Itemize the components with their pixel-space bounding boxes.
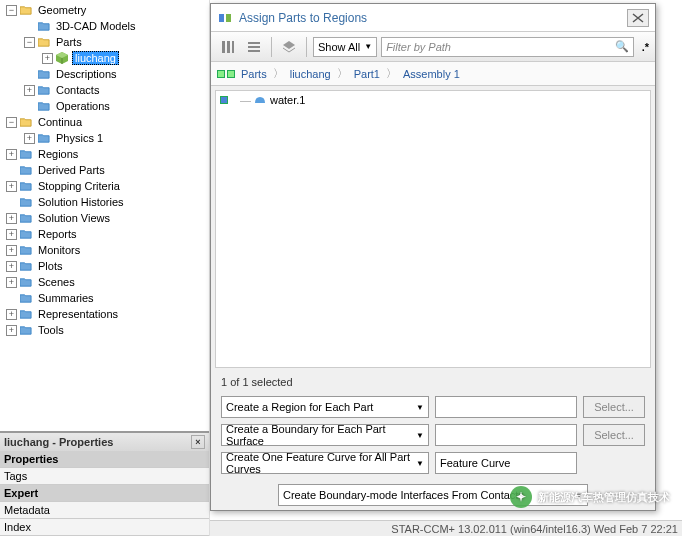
feature-curve-mode-combo[interactable]: Create One Feature Curve for All Part Cu…	[221, 452, 429, 474]
dialog-close-button[interactable]	[627, 9, 649, 27]
tree-node[interactable]: Descriptions	[0, 66, 209, 82]
region-mode-combo[interactable]: Create a Region for Each Part▼	[221, 396, 429, 418]
show-filter-label: Show All	[318, 41, 360, 53]
expand-icon[interactable]: +	[6, 213, 17, 224]
tree-node[interactable]: −Parts	[0, 34, 209, 50]
properties-section-header[interactable]: Expert	[0, 485, 209, 501]
filter-input[interactable]: Filter by Path 🔍	[381, 37, 634, 57]
breadcrumb-item[interactable]: Assembly 1	[403, 68, 460, 80]
tree-node-label: Operations	[54, 100, 112, 112]
expand-icon[interactable]: +	[24, 133, 35, 144]
tree-node[interactable]: +Stopping Criteria	[0, 178, 209, 194]
properties-row-tags[interactable]: Tags	[0, 468, 209, 484]
toolbar-column-button[interactable]	[217, 36, 239, 58]
tree-node[interactable]: +Monitors	[0, 242, 209, 258]
breadcrumb-item[interactable]: Part1	[354, 68, 380, 80]
properties-section-header[interactable]: Properties	[0, 451, 209, 467]
tree-node[interactable]: Solution Histories	[0, 194, 209, 210]
tree-node[interactable]: +Plots	[0, 258, 209, 274]
tree-node-label: Descriptions	[54, 68, 119, 80]
region-select-button[interactable]: Select...	[583, 396, 645, 418]
list-item[interactable]: — water.1	[216, 91, 650, 109]
tree-node[interactable]: +Tools	[0, 322, 209, 338]
tree-node[interactable]: Derived Parts	[0, 162, 209, 178]
svg-rect-2	[222, 41, 225, 53]
chevron-down-icon: ▼	[364, 42, 372, 51]
boundary-select-button[interactable]: Select...	[583, 424, 645, 446]
boundary-name-field[interactable]	[435, 424, 577, 446]
tree-node-label: Summaries	[36, 292, 96, 304]
toolbar-flatten-button[interactable]	[278, 36, 300, 58]
folder-icon	[19, 195, 33, 209]
tree-node[interactable]: +Regions	[0, 146, 209, 162]
collapse-icon[interactable]: −	[24, 37, 35, 48]
tree-node[interactable]: +Representations	[0, 306, 209, 322]
tree-node[interactable]: −Geometry	[0, 2, 209, 18]
expand-icon[interactable]: +	[6, 325, 17, 336]
expand-icon[interactable]: +	[6, 261, 17, 272]
expand-icon[interactable]: +	[24, 85, 35, 96]
tree-node-label: Solution Views	[36, 212, 112, 224]
toolbar-options-button[interactable]: .*	[642, 41, 649, 53]
tree-node[interactable]: Operations	[0, 98, 209, 114]
folder-icon	[19, 259, 33, 273]
folder-icon	[19, 147, 33, 161]
parts-list[interactable]: — water.1	[215, 90, 651, 368]
folder-icon	[19, 243, 33, 257]
folder-icon	[37, 99, 51, 113]
tree-node[interactable]: +Physics 1	[0, 130, 209, 146]
expand-icon[interactable]: +	[6, 149, 17, 160]
tree-node-label: Contacts	[54, 84, 101, 96]
boundary-mode-combo[interactable]: Create a Boundary for Each Part Surface▼	[221, 424, 429, 446]
region-name-field[interactable]	[435, 396, 577, 418]
dialog-icon	[217, 10, 233, 26]
properties-row-index[interactable]: Index	[0, 519, 209, 535]
tree-node-label: 3D-CAD Models	[54, 20, 137, 32]
tree-node[interactable]: 3D-CAD Models	[0, 18, 209, 34]
tree-node[interactable]: +Solution Views	[0, 210, 209, 226]
tree-node[interactable]: +Reports	[0, 226, 209, 242]
tree-node[interactable]: Summaries	[0, 290, 209, 306]
tree-node-label: liuchang	[72, 51, 119, 65]
dialog-title: Assign Parts to Regions	[239, 11, 367, 25]
tree-node-label: Solution Histories	[36, 196, 126, 208]
breadcrumb-separator: 〉	[273, 66, 284, 81]
simulation-tree[interactable]: −Geometry3D-CAD Models−Parts+liuchangDes…	[0, 0, 209, 431]
tree-node[interactable]: +Contacts	[0, 82, 209, 98]
properties-row-metadata[interactable]: Metadata	[0, 502, 209, 518]
collapse-icon[interactable]: −	[6, 5, 17, 16]
tree-node-label: Tools	[36, 324, 66, 336]
tree-connector: —	[240, 94, 251, 106]
folder-icon	[37, 19, 51, 33]
expand-icon[interactable]: +	[6, 309, 17, 320]
interface-mode-combo[interactable]: Create Boundary-mode Interfaces From Con…	[278, 484, 588, 506]
folder-icon	[19, 227, 33, 241]
show-filter-combo[interactable]: Show All ▼	[313, 37, 377, 57]
simulation-tree-panel: −Geometry3D-CAD Models−Parts+liuchangDes…	[0, 0, 210, 536]
tree-node-label: Parts	[54, 36, 84, 48]
tree-node[interactable]: +Scenes	[0, 274, 209, 290]
tree-node[interactable]: +liuchang	[0, 50, 209, 66]
breadcrumb-item[interactable]: Parts	[241, 68, 267, 80]
svg-rect-7	[248, 50, 260, 52]
properties-close-button[interactable]: ×	[191, 435, 205, 449]
expand-icon[interactable]: +	[42, 53, 53, 64]
filter-placeholder: Filter by Path	[386, 41, 451, 53]
svg-rect-1	[226, 14, 231, 22]
svg-rect-5	[248, 42, 260, 44]
expand-icon[interactable]: +	[6, 245, 17, 256]
tree-node-label: Continua	[36, 116, 84, 128]
expand-icon[interactable]: +	[6, 229, 17, 240]
expand-icon[interactable]: +	[6, 277, 17, 288]
expand-icon[interactable]: +	[6, 181, 17, 192]
tree-node-label: Physics 1	[54, 132, 105, 144]
tree-node[interactable]: −Continua	[0, 114, 209, 130]
part-icon	[253, 93, 267, 107]
toolbar-list-button[interactable]	[243, 36, 265, 58]
breadcrumb-item[interactable]: liuchang	[290, 68, 331, 80]
selection-checkbox[interactable]	[220, 96, 228, 104]
assign-parts-dialog: Assign Parts to Regions Show All ▼ Filte…	[210, 3, 656, 511]
dialog-titlebar[interactable]: Assign Parts to Regions	[211, 4, 655, 32]
collapse-icon[interactable]: −	[6, 117, 17, 128]
feature-curve-name-field[interactable]: Feature Curve	[435, 452, 577, 474]
